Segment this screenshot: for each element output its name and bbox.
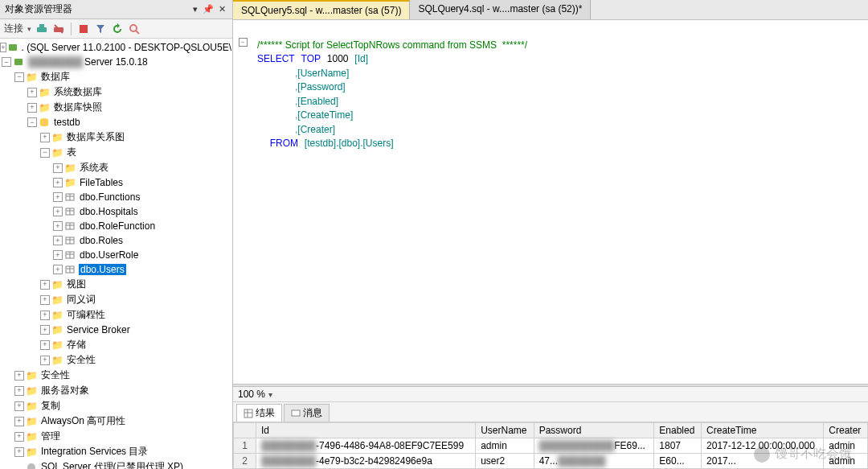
folder-icon: 📁 [51,339,63,352]
panel-titlebar: 对象资源管理器 ▾ 📌 ✕ [0,0,232,19]
folder-icon: 📁 [25,385,38,397]
object-explorer-panel: 对象资源管理器 ▾ 📌 ✕ 连接 ▾ +. (SQL Server 11.0.2… [0,0,233,469]
testdb-node[interactable]: −testdb [0,115,232,130]
sys-tables-node[interactable]: +📁系统表 [0,160,232,175]
disconnect-icon[interactable] [52,23,65,35]
results-grid[interactable]: Id UserName Password Enabled CreateTime … [233,422,868,469]
folder-icon: 📁 [25,430,38,443]
svg-rect-0 [37,27,47,32]
zoom-dropdown-icon[interactable]: ▾ [268,390,272,399]
db-security-node[interactable]: +📁安全性 [0,352,232,368]
fold-toggle[interactable]: − [239,38,248,47]
zoom-level[interactable]: 100 % [238,389,265,400]
table-users[interactable]: +dbo.Users [0,262,232,277]
table-roles[interactable]: +dbo.Roles [0,233,232,248]
db-snapshots-node[interactable]: +📁数据库快照 [0,100,232,115]
folder-icon: 📁 [25,446,38,459]
databases-node[interactable]: −📁数据库 [0,69,232,84]
folder-icon: 📁 [51,278,63,291]
table-functions[interactable]: +dbo.Functions [0,190,232,204]
folder-icon: 📁 [63,176,76,189]
col-creater[interactable]: Creater [824,423,868,438]
alwayson-node[interactable]: +📁AlwaysOn 高可用性 [0,413,232,429]
folder-icon: 📁 [51,131,63,144]
svg-point-5 [130,25,137,31]
stop-icon[interactable] [77,23,90,35]
folder-icon: 📁 [51,309,63,322]
close-icon[interactable]: ✕ [217,4,227,14]
filetables-node[interactable]: +📁FileTables [0,175,232,190]
table-icon [63,263,76,276]
svg-line-6 [136,31,139,34]
panel-title: 对象资源管理器 [5,2,72,16]
folder-icon: 📁 [38,86,51,99]
dropdown-icon[interactable]: ▾ [191,4,199,14]
agent-icon [25,461,38,470]
folder-icon: 📁 [25,415,38,428]
object-explorer-toolbar: 连接 ▾ [0,19,232,39]
message-icon [291,409,301,418]
grid-header-row: Id UserName Password Enabled CreateTime … [234,423,868,438]
table-icon [63,249,76,261]
db-diagrams-node[interactable]: +📁数据库关系图 [0,130,232,145]
sys-databases-node[interactable]: +📁系统数据库 [0,84,232,100]
row-header-blank [234,423,256,438]
replication-node[interactable]: +📁复制 [0,398,232,413]
grid-icon [244,409,253,418]
table-icon [63,191,76,204]
svg-rect-32 [292,410,300,416]
tab-sqlquery5[interactable]: SQLQuery5.sql - w....master (sa (57)) [233,0,410,19]
table-userrole[interactable]: +dbo.UserRole [0,248,232,262]
col-password[interactable]: Password [534,423,654,438]
table-icon [63,220,76,232]
tab-sqlquery4[interactable]: SQLQuery4.sql - w....master (sa (52))* [410,0,591,19]
tables-node[interactable]: −📁表 [0,145,232,160]
server-node-1[interactable]: +. (SQL Server 11.0.2100 - DESKTOP-QSLOU… [0,40,232,55]
server-objects-node[interactable]: +📁服务器对象 [0,383,232,398]
object-tree[interactable]: +. (SQL Server 11.0.2100 - DESKTOP-QSLOU… [0,39,232,469]
folder-icon: 📁 [51,294,63,306]
folder-icon: 📁 [51,146,63,159]
management-node[interactable]: +📁管理 [0,429,232,444]
search-icon[interactable] [128,23,141,35]
dropdown-icon[interactable]: ▾ [27,25,31,33]
svg-rect-4 [80,25,88,33]
table-row[interactable]: 1 ████████-7496-4486-94A8-08EF9C7EE599 a… [234,438,868,454]
zoom-bar: 100 % ▾ [233,387,868,402]
table-hospitals[interactable]: +dbo.Hospitals [0,204,232,219]
tab-results[interactable]: 结果 [236,404,282,422]
programmability-node[interactable]: +📁可编程性 [0,307,232,323]
editor-tabs: SQLQuery5.sql - w....master (sa (57)) SQ… [233,0,868,20]
folder-icon: 📁 [51,323,63,336]
results-tabs: 结果 消息 [233,402,868,422]
server-icon [12,56,25,68]
table-rolefunction[interactable]: +dbo.RoleFunction [0,219,232,233]
table-row[interactable]: 2 ████████-4e79-b3c2-b42982496e9a user2 … [234,454,868,469]
integration-node[interactable]: +📁Integration Services 目录 [0,444,232,459]
table-icon [63,205,76,218]
security-node[interactable]: +📁安全性 [0,368,232,383]
storage-node[interactable]: +📁存储 [0,337,232,352]
refresh-icon[interactable] [111,23,124,35]
folder-icon: 📁 [38,101,51,114]
pin-icon[interactable]: 📌 [201,4,215,14]
views-node[interactable]: +📁视图 [0,277,232,292]
folder-icon: 📁 [25,71,38,84]
col-enabled[interactable]: Enabled [654,423,702,438]
filter-icon[interactable] [94,23,107,35]
server-icon [7,41,18,54]
connect-label[interactable]: 连接 [4,22,23,35]
connect-icon[interactable] [35,23,48,35]
table-icon [63,234,76,247]
server-node-2[interactable]: −████████Server 15.0.18 [0,55,232,69]
service-broker-node[interactable]: +📁Service Broker [0,323,232,337]
svg-rect-7 [9,44,17,51]
col-username[interactable]: UserName [476,423,534,438]
tab-messages[interactable]: 消息 [284,404,330,422]
synonyms-node[interactable]: +📁同义词 [0,292,232,307]
col-id[interactable]: Id [256,423,476,438]
col-createtime[interactable]: CreateTime [702,423,824,438]
editor-panel: SQLQuery5.sql - w....master (sa (57)) SQ… [233,0,868,469]
sql-editor[interactable]: −/****** Script for SelectTopNRows comma… [233,20,868,384]
sql-agent-node[interactable]: SQL Server 代理(已禁用代理 XP) [0,459,232,469]
